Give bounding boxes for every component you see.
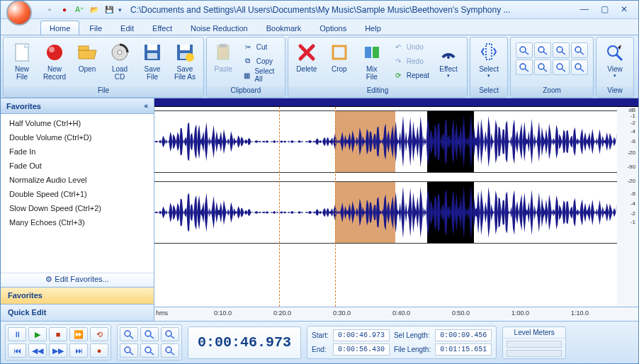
zoom-btn-0[interactable] [516, 42, 533, 58]
tab-bookmark[interactable]: Bookmark [258, 21, 310, 35]
copy-button[interactable]: ⧉Copy [239, 54, 283, 68]
edit-favorites-button[interactable]: ⚙ Edit Favorites... [1, 273, 154, 287]
cut-button[interactable]: ✂Cut [239, 40, 283, 54]
overview-bar[interactable] [154, 98, 638, 107]
tab-file[interactable]: File [81, 21, 111, 35]
record-button[interactable]: ● [90, 343, 108, 358]
favorite-item[interactable]: Double Volume (Ctrl+D) [1, 130, 154, 144]
fast-forward-button[interactable]: ⏩ [69, 327, 88, 341]
loop-button[interactable]: ⟲ [90, 327, 108, 341]
timecode-display: 0:00:46.973 [188, 326, 301, 359]
maximize-button[interactable]: ▢ [597, 4, 611, 16]
zoom-btn-5[interactable] [534, 59, 551, 75]
favorite-item[interactable]: Normalize Audio Level [1, 173, 154, 187]
tab-noise-reduction[interactable]: Noise Reduction [182, 21, 256, 35]
svg-rect-3 [79, 46, 89, 50]
skip-fwd-button[interactable]: ▶▶ [49, 343, 67, 358]
save-file-button[interactable]: Save File [136, 40, 169, 81]
zoom-full-button[interactable] [120, 343, 138, 358]
new-file-icon[interactable]: ▫ [43, 4, 56, 16]
new-file-button[interactable]: New File [6, 40, 38, 81]
zoom-btn-4[interactable] [516, 59, 533, 75]
svg-point-29 [125, 331, 130, 336]
stop-button[interactable]: ■ [49, 327, 67, 341]
select-all-button[interactable]: ▦Select All [239, 68, 283, 82]
redo-button[interactable]: ↷Redo [390, 54, 432, 68]
zoom-btn-1[interactable] [534, 42, 551, 58]
load-cd-icon [108, 41, 131, 64]
crop-button[interactable]: Crop [323, 40, 356, 73]
svg-rect-14 [220, 44, 227, 47]
minimize-button[interactable]: — [577, 4, 592, 16]
zoom-btn-2[interactable] [553, 42, 570, 58]
tab-options[interactable]: Options [311, 21, 355, 35]
start-value: 0:00:46.973 [333, 329, 390, 341]
quick-access-toolbar: ▫●A⁺📂💾 [43, 4, 115, 16]
zoom-sel-button[interactable] [161, 327, 179, 341]
tab-effect[interactable]: Effect [144, 21, 181, 35]
open-icon[interactable]: 📂 [88, 4, 101, 16]
zoom-btn-3[interactable] [571, 42, 588, 58]
waveform-track[interactable] [154, 110, 617, 173]
waveform-track[interactable] [154, 181, 617, 244]
go-end-button[interactable]: ⏭ [69, 343, 88, 358]
tab-edit[interactable]: Edit [112, 21, 142, 35]
save-file-as-button[interactable]: Save File As [169, 40, 201, 81]
view-button[interactable]: View▾ [599, 40, 631, 79]
select-button[interactable]: Select▾ [473, 40, 505, 79]
favorite-item[interactable]: Many Echoes (Ctrl+3) [1, 215, 154, 229]
skip-back-button[interactable]: ◀◀ [28, 343, 47, 358]
pause-button[interactable]: ⏸ [8, 327, 26, 341]
font-plus-icon[interactable]: A⁺ [73, 4, 86, 16]
effect-button[interactable]: Effect▾ [432, 40, 465, 79]
play-button[interactable]: ▶ [28, 327, 47, 341]
svg-point-21 [538, 47, 544, 52]
save-icon[interactable]: 💾 [103, 4, 115, 16]
zoom-left-button[interactable] [140, 343, 159, 358]
favorite-item[interactable]: Half Volume (Ctrl+H) [1, 116, 154, 130]
transport-controls: ⏸▶■⏩⟲⏮◀◀▶▶⏭● [5, 324, 111, 360]
ribbon: New FileNew RecordOpenLoad CDSave FileSa… [1, 35, 638, 98]
ribbon-group-select: Select▾ Select [470, 37, 508, 98]
favorite-item[interactable]: Double Speed (Ctrl+1) [1, 187, 154, 201]
svg-point-26 [557, 64, 562, 69]
repeat-button[interactable]: ⟳Repeat [390, 68, 432, 82]
collapse-icon[interactable]: « [144, 102, 148, 110]
zoom-right-button[interactable] [161, 343, 179, 358]
record-icon[interactable]: ● [58, 4, 71, 16]
sidebar-header[interactable]: Favorites « [1, 98, 154, 114]
svg-point-28 [608, 46, 618, 56]
favorites-list: Half Volume (Ctrl+H)Double Volume (Ctrl+… [1, 114, 154, 273]
new-record-button[interactable]: New Record [38, 40, 71, 81]
svg-point-31 [166, 331, 171, 336]
undo-button[interactable]: ↶Undo [390, 40, 432, 54]
zoom-btn-6[interactable] [553, 59, 570, 75]
favorite-item[interactable]: Slow Down Speed (Ctrl+2) [1, 201, 154, 215]
favorite-item[interactable]: Fade Out [1, 159, 154, 173]
zoom-in-button[interactable] [120, 327, 138, 341]
timeline[interactable]: hms 0:10.00:20.00:30.00:40.00:50.01:00.0… [154, 307, 638, 321]
favorite-item[interactable]: Fade In [1, 144, 154, 159]
window-title: C:\Documents and Settings\All Users\Docu… [122, 5, 577, 15]
sidebar-cat-favorites[interactable]: Favorites [1, 287, 154, 304]
go-start-button[interactable]: ⏮ [8, 343, 26, 358]
ribbon-group-label: Zoom [511, 86, 593, 97]
svg-point-30 [145, 331, 151, 336]
mix-file-button[interactable]: Mix File [356, 40, 388, 81]
delete-button[interactable]: Delete [290, 40, 323, 73]
load-cd-button[interactable]: Load CD [103, 40, 136, 81]
paste-button[interactable]: Paste [209, 40, 238, 73]
tab-help[interactable]: Help [356, 21, 390, 35]
cursor-line[interactable] [279, 107, 280, 307]
zoom-btn-7[interactable] [571, 59, 588, 75]
open-button[interactable]: Open [71, 40, 103, 73]
svg-point-23 [575, 47, 581, 52]
ribbon-group-zoom: Zoom [510, 37, 594, 98]
waveform-canvas[interactable]: dB-1-2-4-8-20-90-20-8-4-2-1 [154, 107, 638, 307]
close-button[interactable]: ✕ [617, 4, 631, 16]
zoom-out-button[interactable] [140, 327, 159, 341]
svg-rect-8 [147, 53, 157, 59]
end-value: 0:00:56.430 [333, 343, 390, 356]
tab-home[interactable]: Home [40, 21, 79, 35]
sidebar-cat-quickedit[interactable]: Quick Edit [1, 304, 154, 321]
